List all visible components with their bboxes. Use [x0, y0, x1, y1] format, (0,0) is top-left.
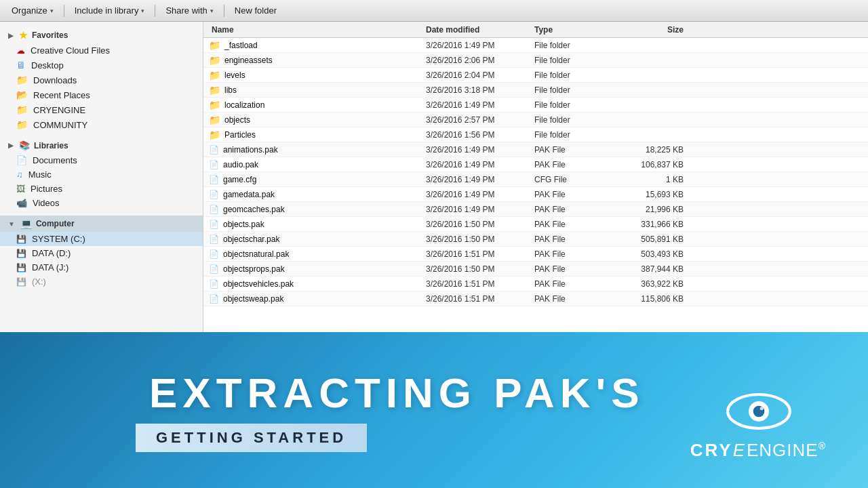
- data-d-drive-icon: 💾: [16, 249, 26, 258]
- col-type-header[interactable]: Type: [534, 25, 616, 35]
- table-row[interactable]: 📄 objectsweap.pak 3/26/2016 1:51 PM PAK …: [203, 291, 868, 306]
- libraries-label: Libraries: [34, 141, 68, 150]
- toolbar-separator-1: [64, 5, 64, 17]
- sidebar: ▶ ★ Favorites ☁ Creative Cloud Files 🖥 D…: [0, 22, 203, 339]
- sidebar-item-unknown[interactable]: 💾 (X:): [0, 274, 203, 289]
- col-size-header[interactable]: Size: [616, 25, 697, 35]
- sidebar-item-music[interactable]: ♫ Music: [0, 167, 203, 182]
- share-with-button[interactable]: Share with ▾: [159, 3, 219, 18]
- data-j-drive-icon: 💾: [16, 263, 26, 272]
- folder-icon: 📁: [209, 129, 220, 140]
- table-row[interactable]: 📄 animations.pak 3/26/2016 1:49 PM PAK F…: [203, 142, 868, 157]
- file-type-cell: CFG File: [534, 175, 616, 184]
- favorites-header[interactable]: ▶ ★ Favorites: [0, 27, 203, 43]
- table-row[interactable]: 📁 engineassets 3/26/2016 2:06 PM File fo…: [203, 53, 868, 68]
- table-row[interactable]: 📄 geomcaches.pak 3/26/2016 1:49 PM PAK F…: [203, 202, 868, 217]
- file-name-cell: 📁 libs: [209, 85, 426, 96]
- computer-header[interactable]: ▼ 💻 Computer: [0, 216, 203, 232]
- table-row[interactable]: 📄 audio.pak 3/26/2016 1:49 PM PAK File 1…: [203, 157, 868, 172]
- col-name-header[interactable]: Name: [209, 25, 426, 35]
- include-library-label: Include in library: [75, 5, 139, 16]
- sidebar-item-label: DATA (D:): [32, 248, 71, 258]
- music-icon: ♫: [16, 169, 23, 180]
- sidebar-item-label: Documents: [33, 155, 77, 165]
- svg-point-3: [760, 407, 764, 410]
- sidebar-item-data-j[interactable]: 💾 DATA (J:): [0, 260, 203, 274]
- file-size-cell: 115,806 KB: [616, 294, 697, 304]
- logo-slash: E: [733, 440, 747, 460]
- table-row[interactable]: 📄 game.cfg 3/26/2016 1:49 PM CFG File 1 …: [203, 172, 868, 187]
- sidebar-item-creative-cloud[interactable]: ☁ Creative Cloud Files: [0, 43, 203, 58]
- file-date-cell: 3/26/2016 1:49 PM: [426, 175, 534, 184]
- file-type-cell: File folder: [534, 70, 616, 80]
- cryengine-folder-icon: 📁: [16, 104, 28, 115]
- file-icon: 📄: [209, 145, 219, 155]
- table-row[interactable]: 📄 objectsvehicles.pak 3/26/2016 1:51 PM …: [203, 277, 868, 291]
- file-date-cell: 3/26/2016 1:51 PM: [426, 279, 534, 289]
- logo-engine: ENGINE: [747, 440, 818, 460]
- file-name-cell: 📄 audio.pak: [209, 160, 426, 169]
- file-name-cell: 📄 animations.pak: [209, 145, 426, 155]
- organize-chevron: ▾: [50, 7, 54, 14]
- file-size-cell: 21,996 KB: [616, 205, 697, 214]
- folder-icon: 📁: [209, 85, 220, 96]
- organize-button[interactable]: Organize ▾: [5, 3, 60, 18]
- file-date-cell: 3/26/2016 1:50 PM: [426, 235, 534, 244]
- sidebar-item-data-d[interactable]: 💾 DATA (D:): [0, 246, 203, 260]
- file-date-cell: 3/26/2016 2:04 PM: [426, 70, 534, 80]
- file-name-cell: 📄 gamedata.pak: [209, 190, 426, 199]
- file-size-cell: 503,493 KB: [616, 249, 697, 259]
- table-row[interactable]: 📄 objectsprops.pak 3/26/2016 1:50 PM PAK…: [203, 262, 868, 277]
- overlay-subtitle-container: GETTING STARTED: [136, 424, 367, 452]
- file-date-cell: 3/26/2016 1:51 PM: [426, 294, 534, 304]
- file-list: 📁 _fastload 3/26/2016 1:49 PM File folde…: [203, 38, 868, 339]
- table-row[interactable]: 📁 levels 3/26/2016 2:04 PM File folder: [203, 68, 868, 83]
- table-row[interactable]: 📄 objectsnatural.pak 3/26/2016 1:51 PM P…: [203, 247, 868, 262]
- computer-arrow: ▼: [8, 220, 15, 228]
- table-row[interactable]: 📄 gamedata.pak 3/26/2016 1:49 PM PAK Fil…: [203, 187, 868, 202]
- table-row[interactable]: 📁 Particles 3/26/2016 1:56 PM File folde…: [203, 127, 868, 142]
- table-row[interactable]: 📁 objects 3/26/2016 2:57 PM File folder: [203, 113, 868, 127]
- file-name-cell: 📄 objects.pak: [209, 220, 426, 229]
- file-date-cell: 3/26/2016 1:49 PM: [426, 41, 534, 50]
- file-type-cell: PAK File: [534, 145, 616, 155]
- share-chevron: ▾: [210, 7, 214, 14]
- logo-cry: CRY: [690, 440, 733, 460]
- folder-icon: 📁: [209, 70, 220, 81]
- file-name-cell: 📁 _fastload: [209, 40, 426, 51]
- toolbar-separator-2: [155, 5, 155, 17]
- sidebar-item-desktop[interactable]: 🖥 Desktop: [0, 58, 203, 73]
- sidebar-item-label: Creative Cloud Files: [31, 45, 110, 56]
- new-folder-button[interactable]: New folder: [229, 3, 283, 18]
- sidebar-item-label: Videos: [33, 198, 60, 208]
- community-folder-icon: 📁: [16, 119, 28, 130]
- libraries-arrow: ▶: [8, 142, 14, 149]
- table-row[interactable]: 📄 objects.pak 3/26/2016 1:50 PM PAK File…: [203, 217, 868, 232]
- file-type-cell: PAK File: [534, 264, 616, 274]
- table-row[interactable]: 📄 objectschar.pak 3/26/2016 1:50 PM PAK …: [203, 232, 868, 247]
- file-icon: 📄: [209, 235, 219, 244]
- sidebar-item-system-c[interactable]: 💾 SYSTEM (C:): [0, 232, 203, 246]
- file-icon: 📄: [209, 175, 219, 184]
- creative-cloud-icon: ☁: [16, 45, 25, 56]
- file-icon: 📄: [209, 205, 219, 214]
- libraries-header[interactable]: ▶ 📚 Libraries: [0, 138, 203, 153]
- sidebar-item-documents[interactable]: 📄 Documents: [0, 153, 203, 167]
- toolbar: Organize ▾ Include in library ▾ Share wi…: [0, 0, 868, 22]
- file-name-cell: 📄 geomcaches.pak: [209, 205, 426, 214]
- table-row[interactable]: 📁 localization 3/26/2016 1:49 PM File fo…: [203, 98, 868, 113]
- col-date-header[interactable]: Date modified: [426, 25, 534, 35]
- include-library-button[interactable]: Include in library ▾: [68, 3, 151, 18]
- table-row[interactable]: 📁 _fastload 3/26/2016 1:49 PM File folde…: [203, 38, 868, 53]
- sidebar-item-recent-places[interactable]: 📂 Recent Places: [0, 87, 203, 102]
- table-row[interactable]: 📁 libs 3/26/2016 3:18 PM File folder: [203, 83, 868, 98]
- sidebar-item-label: SYSTEM (C:): [32, 234, 85, 244]
- sidebar-item-downloads[interactable]: 📁 Downloads: [0, 73, 203, 87]
- sidebar-item-community[interactable]: 📁 COMMUNITY: [0, 117, 203, 132]
- sidebar-item-cryengine[interactable]: 📁 CRYENGINE: [0, 102, 203, 117]
- content-area: Name Date modified Type Size 📁 _fastload…: [203, 22, 868, 339]
- file-date-cell: 3/26/2016 1:49 PM: [426, 160, 534, 169]
- sidebar-item-pictures[interactable]: 🖼 Pictures: [0, 182, 203, 196]
- file-size-cell: 1 KB: [616, 175, 697, 184]
- sidebar-item-videos[interactable]: 📹 Videos: [0, 196, 203, 210]
